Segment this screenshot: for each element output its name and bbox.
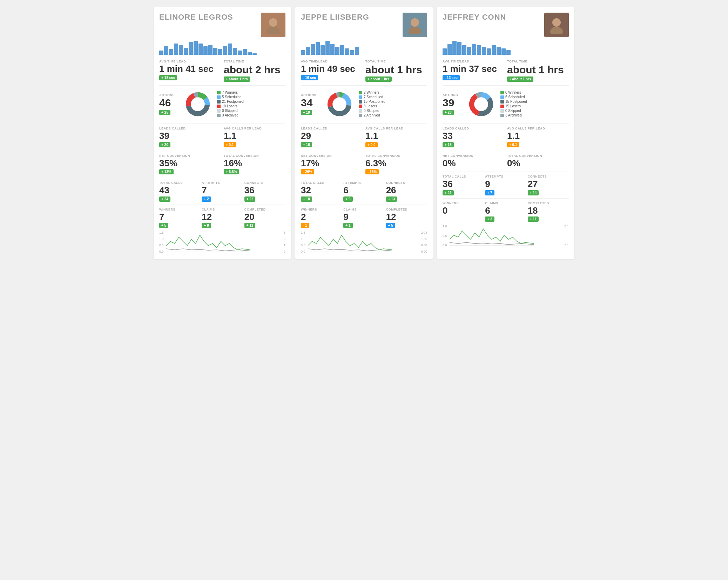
bar [203, 46, 208, 55]
net-conv-block: NET CONVERSION 17% - 26% [301, 154, 363, 175]
bar [462, 45, 466, 55]
total-conv-block: TOTAL CONVERSION 0% [507, 154, 569, 168]
net-conv-label: NET CONVERSION [443, 154, 504, 158]
leads-called-block: LEADS CALLED 33 + 18 [443, 127, 504, 147]
leads-called-block: LEADS CALLED 29 + 16 [301, 127, 363, 147]
attempts-label: ATTEMPTS [343, 181, 384, 185]
legend-label: 2 Winners [364, 91, 379, 94]
leads-called-label: LEADS CALLED [443, 127, 504, 130]
chart-right-label: 2 [284, 237, 285, 241]
conversion-row: NET CONVERSION 0% TOTAL CONVERSION 0% [443, 154, 569, 168]
avg-time-value: 1 min 49 sec [301, 64, 363, 74]
legend-dot [217, 109, 221, 113]
chart-left-label: 0.5 [301, 244, 305, 247]
claims-label: CLAIMS [202, 208, 243, 211]
calls-row: TOTAL CALLS 32 + 18 ATTEMPTS 6 + 5 CONNE… [301, 181, 427, 202]
legend-item: 3 Archived [500, 113, 569, 117]
total-conv-label: TOTAL CONVERSION [224, 154, 285, 158]
legend-label: 8 Losers [364, 104, 377, 108]
bar [198, 44, 203, 55]
activity-bar-chart [159, 41, 285, 55]
bar [330, 44, 335, 55]
calls-row: TOTAL CALLS 43 + 24 ATTEMPTS 7 + 2 CONNE… [159, 181, 285, 202]
legend-item: 21 Postponed [217, 100, 285, 104]
legend-item: 0 Winners [500, 91, 569, 94]
legend-dot [500, 114, 504, 117]
conversion-row: NET CONVERSION 17% - 26% TOTAL CONVERSIO… [301, 154, 427, 175]
chart-right-label: 3 [284, 231, 285, 234]
badge: + 20 [159, 142, 170, 147]
total-calls-block: TOTAL CALLS 36 + 21 [443, 175, 484, 195]
attempts-label: ATTEMPTS [485, 175, 526, 178]
bar [301, 50, 305, 55]
legend-label: 15 Postponed [505, 100, 527, 104]
leads-called-value: 33 [443, 131, 504, 141]
avg-calls-block: AVG CALLS PER LEAD 1.1 + 0.1 [224, 127, 285, 147]
total-conv-label: TOTAL CONVERSION [365, 154, 427, 158]
agent-name: JEFFREY CONN [443, 13, 506, 22]
bar [174, 44, 178, 55]
legend-item: 15 Postponed [359, 100, 427, 104]
chart-left-label: 0.0 [301, 250, 305, 253]
dashboard: ELINORE LEGROS AVG TIME/LEAD 1 min 41 se… [154, 7, 574, 259]
bar [169, 49, 173, 55]
completed-block: COMPLETED 20 + 11 [244, 208, 285, 228]
legend-dot [500, 100, 504, 104]
svg-point-7 [550, 27, 563, 34]
badge: + about 1 hrs [507, 76, 533, 82]
winners-block: WINNERS 7 + 5 [159, 208, 200, 228]
avg-calls-value: 1.1 [365, 131, 427, 141]
avg-calls-label: AVG CALLS PER LEAD [365, 127, 427, 130]
chart-left-label: 1.5 [301, 231, 305, 234]
avatar [544, 13, 569, 37]
avg-calls-label: AVG CALLS PER LEAD [507, 127, 569, 130]
badge: + 0.0 [365, 142, 378, 147]
avatar [403, 13, 427, 37]
agent-name: ELINORE LEGROS [159, 13, 233, 22]
legend-dot [217, 91, 221, 94]
leads-row: LEADS CALLED 29 + 16 AVG CALLS PER LEAD … [301, 127, 427, 147]
legend-label: 0 Skipped [364, 109, 379, 113]
attempts-value: 7 [202, 185, 243, 195]
winners-label: WINNERS [159, 208, 200, 211]
line-chart: 1.00.50.0 6.13.1 [443, 225, 569, 247]
avatar [261, 13, 285, 37]
bar [164, 46, 168, 55]
agent-card: JEFFREY CONN AVG TIME/LEAD 1 min 37 sec … [437, 7, 574, 259]
chart-right-label: 0.00 [421, 250, 427, 253]
legend-label: 7 Winners [222, 91, 238, 94]
chart-right-label: 0 [284, 250, 285, 253]
svg-point-3 [411, 18, 419, 27]
leads-called-value: 29 [301, 131, 363, 141]
total-conv-label: TOTAL CONVERSION [507, 154, 569, 158]
actions-value: 46 [159, 97, 171, 109]
completed-value: 20 [244, 212, 285, 222]
chart-area [450, 225, 562, 247]
bar [452, 41, 457, 55]
badge: + about 1 hrs [224, 76, 250, 82]
badge: + 0.1 [224, 142, 236, 147]
completed-block: COMPLETED 12 + 5 [386, 208, 427, 228]
bar [218, 49, 222, 55]
legend-dot [500, 95, 504, 99]
avg-time-label: AVG TIME/LEAD [443, 60, 504, 63]
legend-dot [359, 95, 362, 99]
total-time-value: about 1 hrs [365, 64, 427, 75]
bar [321, 45, 325, 55]
bar [472, 44, 476, 55]
bar [345, 48, 349, 55]
winners-value: 2 [301, 212, 342, 222]
total-calls-block: TOTAL CALLS 43 + 24 [159, 181, 200, 202]
badge: + 13% [159, 169, 174, 174]
total-time-label: TOTAL TIME [507, 60, 569, 63]
bar [306, 47, 310, 55]
badge: + 5 [159, 223, 168, 228]
legend-label: 15 Postponed [364, 100, 385, 104]
bar [335, 47, 339, 55]
total-time-value: about 1 hrs [507, 64, 569, 75]
bar [223, 46, 227, 55]
net-conv-label: NET CONVERSION [159, 154, 221, 158]
badge: + 14 [528, 190, 539, 195]
chart-right-label: 2.04 [421, 231, 427, 234]
legend-dot [359, 100, 362, 104]
